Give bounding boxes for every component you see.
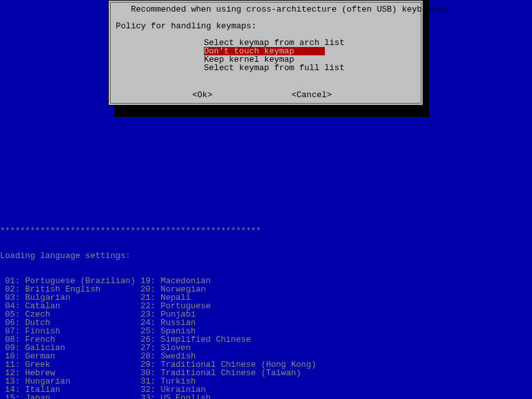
dialog-buttons: <Ok> <Cancel> (111, 91, 421, 99)
ok-button[interactable]: <Ok> (192, 91, 212, 99)
cancel-button[interactable]: <Cancel> (291, 91, 331, 99)
language-row: 15: Japan 33: US English (0, 394, 316, 399)
dialog-inner: Recommended when using cross-architectur… (110, 2, 421, 104)
option-full-list[interactable]: Select keymap from full list (204, 64, 325, 72)
keymap-dialog: Recommended when using cross-architectur… (108, 0, 423, 106)
divider-stars: ****************************************… (0, 227, 316, 235)
loading-label: Loading language settings: (0, 252, 316, 260)
policy-label: Policy for handling keymaps: (116, 22, 416, 30)
keymap-options[interactable]: Select keymap from arch list Don't touch… (204, 39, 416, 72)
terminal-output: ****************************************… (0, 210, 316, 399)
dialog-description: Recommended when using cross-architectur… (116, 5, 416, 14)
